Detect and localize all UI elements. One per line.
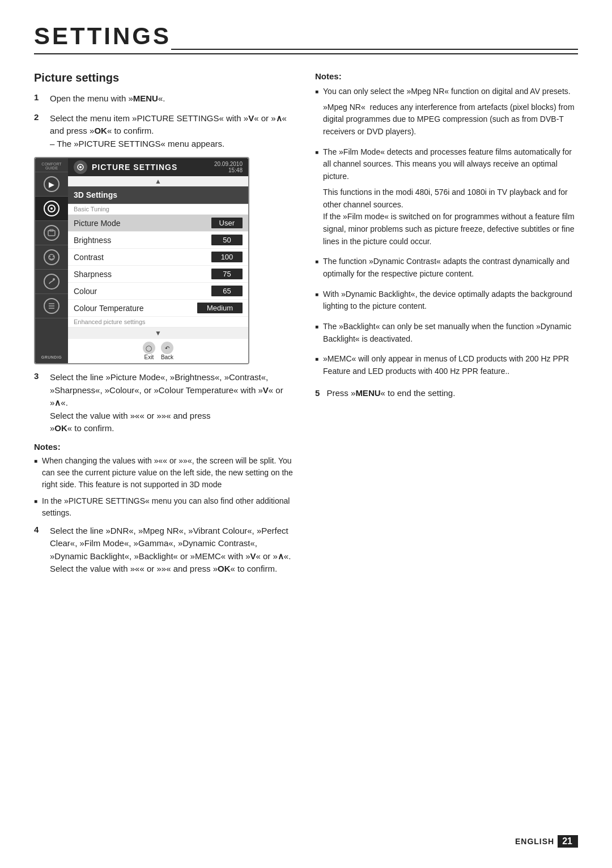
step3-v: V: [263, 385, 269, 395]
step-1: 1 Open the menu with »MENU«.: [34, 92, 295, 105]
step-1-content: Open the menu with »MENU«.: [50, 92, 295, 105]
two-col-layout: Picture settings 1 Open the menu with »M…: [34, 71, 578, 582]
step4-v: V: [250, 551, 256, 561]
menu-screenshot: COMFORTGUIDE ▶: [34, 157, 249, 364]
right-note-1-sub: »Mpeg NR« reduces any interference from …: [323, 101, 578, 138]
right-note-2: The »Film Mode« detects and processes fe…: [315, 146, 578, 248]
step-4-content: Select the line »DNR«, »Mpeg NR«, »Vibra…: [50, 525, 295, 576]
svg-point-5: [49, 256, 50, 257]
right-note-2-sub: This functions in the modi 480i, 576i an…: [323, 186, 578, 248]
menu-arrow-up: ▲: [68, 176, 248, 186]
menu-item-sharpness: Sharpness 75: [68, 266, 248, 283]
step-4: 4 Select the line »DNR«, »Mpeg NR«, »Vib…: [34, 525, 295, 576]
footer-lang: ENGLISH: [515, 837, 554, 846]
item-label-picture-mode: Picture Mode: [74, 219, 120, 228]
item-label-colour-temperature: Colour Temperature: [74, 304, 143, 313]
sidebar-circle-6: [44, 298, 60, 314]
left-notes-list: When changing the values with »«« or »»«…: [34, 455, 295, 519]
svg-point-12: [79, 166, 82, 168]
menu-item-contrast: Contrast 100: [68, 249, 248, 266]
step-2-num: 2: [34, 112, 46, 122]
exit-btn: ◯: [143, 342, 155, 354]
exit-label: Exit: [144, 354, 154, 360]
menu-main: PICTURE SETTINGS 20.09.201015:48 ▲ 3D Se…: [68, 158, 248, 363]
page-title: SETTINGS: [34, 23, 578, 54]
title-text: SETTINGS: [34, 23, 171, 50]
item-value-picture-mode: User: [211, 218, 243, 228]
step-1-num: 1: [34, 92, 46, 102]
menu-outer: COMFORTGUIDE ▶: [35, 158, 248, 363]
sidebar-circle-4: [44, 249, 60, 265]
sidebar-icon-5: [35, 270, 68, 294]
note-1: When changing the values with »«« or »»«…: [34, 455, 295, 491]
footer-pagenum: 21: [558, 835, 578, 848]
step-2-caret: ∧: [276, 113, 282, 123]
step-2-content: Select the menu item »PICTURE SETTINGS« …: [50, 112, 295, 151]
step3-caret: ∧: [54, 398, 61, 407]
menu-datetime: 20.09.201015:48: [214, 161, 243, 173]
item-label-colour: Colour: [74, 287, 97, 296]
step4-list: 4 Select the line »DNR«, »Mpeg NR«, »Vib…: [34, 525, 295, 576]
menu-footer: ◯ Exit ↶ Back: [68, 338, 248, 363]
right-note-1-text: You can only select the »Mpeg NR« functi…: [323, 86, 578, 138]
sidebar-icon-4: [35, 245, 68, 270]
menu-arrow-down: ▼: [68, 327, 248, 338]
right-note-5-text: The »Backlight« can only be set manually…: [323, 321, 578, 345]
step4-caret: ∧: [278, 551, 284, 561]
right-notes-list: You can only select the »Mpeg NR« functi…: [315, 86, 578, 378]
item-label-contrast: Contrast: [74, 253, 104, 262]
menu-title-area: PICTURE SETTINGS: [74, 160, 177, 174]
step5-menu: MENU: [355, 388, 380, 398]
item-label-sharpness: Sharpness: [74, 270, 112, 279]
step-3: 3 Select the line »Picture Mode«, »Brigh…: [34, 371, 295, 435]
back-btn: ↶: [161, 342, 173, 354]
item-value-contrast: 100: [211, 252, 243, 262]
sidebar-circle-2: [44, 201, 60, 216]
right-note-6-text: »MEMC« will only appear in menus of LCD …: [323, 353, 578, 377]
step3-list: 3 Select the line »Picture Mode«, »Brigh…: [34, 371, 295, 435]
menu-enhanced-label: Enhanced picture settings: [68, 317, 248, 327]
menu-header: PICTURE SETTINGS 20.09.201015:48: [68, 158, 248, 176]
step3-ok: OK: [54, 423, 67, 433]
menu-item-brightness: Brightness 50: [68, 232, 248, 249]
step-4-num: 4: [34, 525, 46, 534]
comfort-guide-label: COMFORTGUIDE: [35, 160, 68, 172]
sidebar-icon-6: [35, 294, 68, 318]
sidebar-circle-3: [44, 225, 60, 241]
right-note-4-text: With »Dynamic Backlight«, the device opt…: [323, 288, 578, 313]
item-label-brightness: Brightness: [74, 236, 111, 245]
step-5-num: 5: [315, 388, 320, 398]
step4-ok: OK: [218, 564, 231, 573]
step-2: 2 Select the menu item »PICTURE SETTINGS…: [34, 112, 295, 151]
right-notes-heading: Notes:: [315, 71, 578, 81]
step-5: 5 Press »MENU« to end the setting.: [315, 387, 578, 400]
item-value-brightness: 50: [211, 235, 243, 245]
grundig-logo: GRUNDIG: [35, 348, 68, 363]
right-note-4: With »Dynamic Backlight«, the device opt…: [315, 288, 578, 313]
item-value-sharpness: 75: [211, 269, 243, 279]
sidebar-circle-5: [44, 274, 60, 290]
menu-item-colour: Colour 65: [68, 283, 248, 300]
page: SETTINGS Picture settings 1 Open the men…: [0, 0, 612, 868]
menu-back: ↶ Back: [161, 342, 173, 360]
left-column: Picture settings 1 Open the menu with »M…: [34, 71, 295, 582]
right-column: Notes: You can only select the »Mpeg NR«…: [315, 71, 578, 582]
step-2-v: V: [248, 113, 254, 123]
step-3-num: 3: [34, 371, 46, 381]
item-value-colour: 65: [211, 286, 243, 296]
svg-point-1: [50, 207, 53, 210]
step-5-content: Press »MENU« to end the setting.: [327, 388, 456, 398]
step-3-content: Select the line »Picture Mode«, »Brightn…: [50, 371, 295, 435]
svg-point-6: [53, 256, 54, 257]
step-2-ok: OK: [94, 126, 107, 135]
left-notes-heading: Notes:: [34, 442, 295, 452]
menu-sidebar: COMFORTGUIDE ▶: [35, 158, 68, 363]
menu-exit: ◯ Exit: [143, 342, 155, 360]
sidebar-circle-1: ▶: [44, 176, 60, 192]
menu-basic-tuning: Basic Tuning: [68, 204, 248, 215]
sidebar-icon-2: [35, 197, 68, 221]
note-2: In the »PICTURE SETTINGS« menu you can a…: [34, 495, 295, 519]
menu-item-picture-mode: Picture Mode User: [68, 215, 248, 232]
sidebar-icon-3: [35, 221, 68, 245]
item-value-colour-temperature: Medium: [197, 303, 243, 313]
